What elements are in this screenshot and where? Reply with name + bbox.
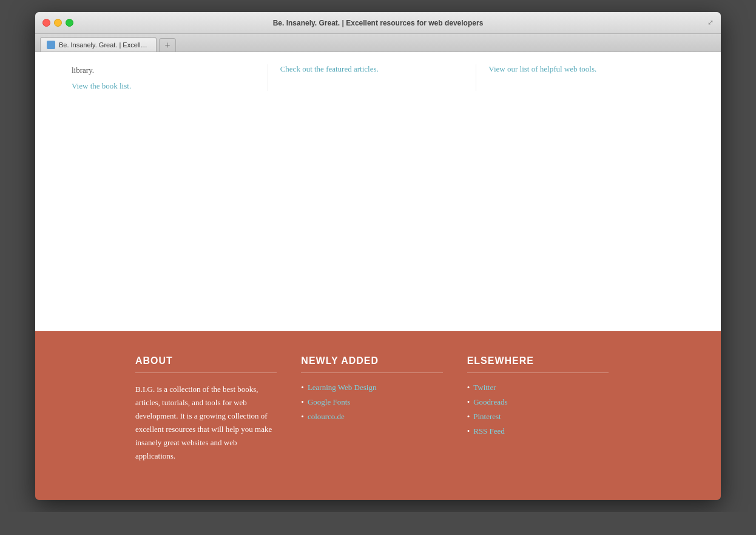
expand-icon[interactable]: ⤢ — [707, 18, 714, 27]
close-button[interactable] — [42, 19, 50, 27]
footer-elsewhere-heading: ELSEWHERE — [467, 355, 609, 373]
tabbar: Be. Insanely. Great. | Excellent r... + — [35, 34, 721, 52]
main-content: library. View the book list. Check out t… — [35, 52, 721, 331]
twitter-link[interactable]: Twitter — [473, 383, 496, 392]
list-item: RSS Feed — [467, 426, 609, 436]
titlebar: Be. Insanely. Great. | Excellent resourc… — [35, 12, 721, 34]
list-item: Google Fonts — [301, 397, 442, 407]
browser-tab[interactable]: Be. Insanely. Great. | Excellent r... — [40, 37, 157, 52]
window-title: Be. Insanely. Great. | Excellent resourc… — [273, 19, 484, 27]
footer-newly-added-column: NEWLY ADDED Learning Web Design Google F… — [289, 355, 454, 463]
books-column: library. View the book list. — [72, 64, 268, 91]
list-item: Learning Web Design — [301, 383, 442, 392]
top-section: library. View the book list. Check out t… — [72, 52, 684, 103]
maximize-button[interactable] — [66, 19, 73, 27]
view-book-list-link[interactable]: View the book list. — [72, 81, 131, 90]
new-tab-button[interactable]: + — [159, 38, 176, 52]
google-fonts-link[interactable]: Google Fonts — [308, 397, 350, 407]
rss-feed-link[interactable]: RSS Feed — [473, 426, 505, 436]
list-item: Twitter — [467, 383, 609, 392]
list-item: Goodreads — [467, 397, 609, 407]
check-featured-articles-link[interactable]: Check out the featured articles. — [280, 64, 379, 73]
articles-column: Check out the featured articles. — [268, 64, 477, 91]
colourcode-link[interactable]: colourco.de — [308, 412, 345, 422]
goodreads-link[interactable]: Goodreads — [473, 397, 507, 407]
footer-elsewhere-column: ELSEWHERE Twitter Goodreads Pinterest RS… — [455, 355, 621, 463]
footer: ABOUT B.I.G. is a collection of the best… — [35, 331, 721, 500]
minimize-button[interactable] — [54, 19, 62, 27]
list-item: Pinterest — [467, 412, 609, 422]
tab-favicon — [47, 41, 55, 49]
elsewhere-list: Twitter Goodreads Pinterest RSS Feed — [467, 383, 609, 436]
tools-column: View our list of helpful web tools. — [476, 64, 684, 91]
footer-about-heading: ABOUT — [135, 355, 277, 373]
list-item: colourco.de — [301, 412, 442, 422]
pinterest-link[interactable]: Pinterest — [473, 412, 501, 422]
footer-about-text: B.I.G. is a collection of the best books… — [135, 383, 277, 463]
newly-added-list: Learning Web Design Google Fonts colourc… — [301, 383, 442, 422]
view-web-tools-link[interactable]: View our list of helpful web tools. — [488, 64, 596, 73]
footer-inner: ABOUT B.I.G. is a collection of the best… — [135, 355, 621, 463]
books-text: library. — [72, 64, 255, 76]
tab-label: Be. Insanely. Great. | Excellent r... — [59, 41, 150, 49]
footer-newly-added-heading: NEWLY ADDED — [301, 355, 442, 373]
learning-web-design-link[interactable]: Learning Web Design — [308, 383, 377, 392]
traffic-lights — [42, 19, 73, 27]
footer-about-column: ABOUT B.I.G. is a collection of the best… — [135, 355, 289, 463]
browser-window: Be. Insanely. Great. | Excellent resourc… — [35, 12, 721, 500]
